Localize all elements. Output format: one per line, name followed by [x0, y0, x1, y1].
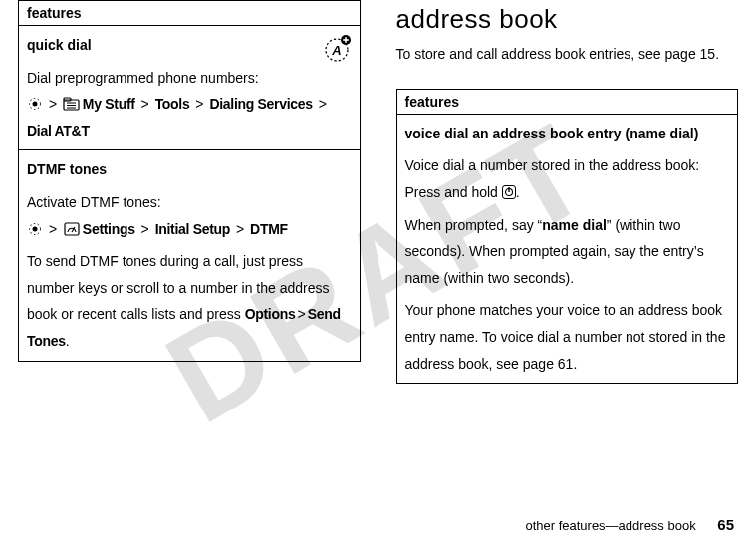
nav-path: > My Stuff > Tools > Dialing Services > …	[27, 91, 352, 143]
svg-text:A: A	[331, 43, 341, 58]
page-number: 65	[717, 516, 734, 533]
row-text: To send DTMF tones during a call, just p…	[27, 248, 352, 354]
table-header: features	[396, 89, 738, 114]
page-content: features A quick dial Dial preprogrammed…	[0, 0, 756, 545]
section-heading: address book	[396, 4, 739, 35]
table-header: features	[19, 1, 361, 26]
row-text: Activate DTMF tones:	[27, 189, 352, 216]
svg-rect-14	[65, 223, 79, 235]
accessory-icon: A	[322, 34, 352, 64]
table-row: voice dial an address book entry (name d…	[396, 114, 738, 383]
path-seg: My Stuff	[83, 96, 135, 112]
folder-icon	[63, 93, 79, 107]
row-text: When prompted, say “name dial” (within t…	[405, 212, 730, 292]
left-column: features A quick dial Dial preprogrammed…	[10, 0, 378, 485]
features-table-left: features A quick dial Dial preprogrammed…	[18, 0, 361, 362]
path-seg: Tools	[155, 96, 190, 112]
row-text: Your phone matches your voice to an addr…	[405, 297, 730, 377]
intro-text: To store and call address book entries, …	[396, 43, 739, 67]
row-title: DTMF tones	[27, 156, 352, 183]
row-text: Dial preprogrammed phone numbers:	[27, 65, 352, 92]
row-title: quick dial	[27, 32, 352, 59]
path-seg: DTMF	[250, 221, 288, 237]
send-key-icon	[502, 185, 516, 199]
footer-text: other features—address book	[525, 518, 695, 533]
features-table-right: features voice dial an address book entr…	[396, 89, 739, 384]
nav-path: > Settings > Initial Setup > DTMF	[27, 216, 352, 243]
center-key-icon	[27, 219, 43, 233]
row-text: Press and hold .	[405, 179, 730, 206]
row-title: voice dial an address book entry (name d…	[405, 121, 730, 147]
svg-point-12	[33, 226, 38, 231]
path-seg: Settings	[83, 221, 135, 237]
page-footer: other features—address book 65	[525, 516, 734, 533]
row-text: Voice dial a number stored in the addres…	[405, 152, 730, 179]
path-seg: Dialing Services	[209, 96, 312, 112]
svg-point-5	[33, 102, 38, 107]
table-row: DTMF tones Activate DTMF tones: > Settin…	[19, 150, 361, 361]
path-seg: Initial Setup	[155, 221, 230, 237]
center-key-icon	[27, 94, 43, 108]
right-column: address book To store and call address b…	[378, 0, 747, 485]
table-row: A quick dial Dial preprogrammed phone nu…	[19, 26, 361, 150]
path-seg: Dial AT&T	[27, 123, 90, 138]
settings-icon	[63, 218, 79, 232]
